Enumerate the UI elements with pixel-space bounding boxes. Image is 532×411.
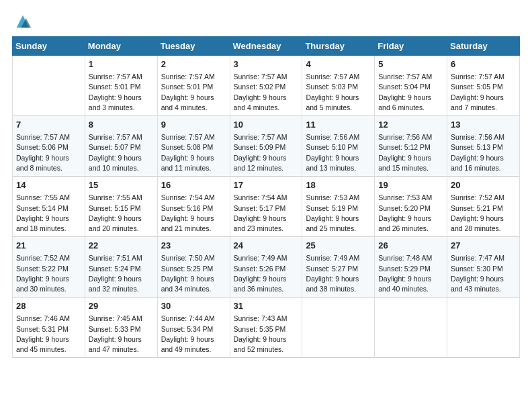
cell-content: Sunrise: 7:56 AMSunset: 5:12 PMDaylight:… <box>378 132 443 173</box>
cell-3-2: 15Sunrise: 7:55 AMSunset: 5:15 PMDayligh… <box>85 177 157 237</box>
cell-4-1: 21Sunrise: 7:52 AMSunset: 5:22 PMDayligh… <box>13 237 85 298</box>
cell-content: Sunrise: 7:49 AMSunset: 5:27 PMDaylight:… <box>306 253 371 294</box>
day-number: 24 <box>234 240 299 252</box>
cell-content: Sunrise: 7:57 AMSunset: 5:09 PMDaylight:… <box>234 132 299 173</box>
cell-2-5: 11Sunrise: 7:56 AMSunset: 5:10 PMDayligh… <box>302 116 375 177</box>
cell-content: Sunrise: 7:44 AMSunset: 5:34 PMDaylight:… <box>161 314 226 355</box>
day-number: 11 <box>306 119 371 131</box>
cell-1-1 <box>13 56 85 116</box>
day-number: 19 <box>378 179 443 191</box>
cell-1-2: 1Sunrise: 7:57 AMSunset: 5:01 PMDaylight… <box>85 56 157 116</box>
calendar-body: 1Sunrise: 7:57 AMSunset: 5:01 PMDaylight… <box>13 56 520 358</box>
column-header-wednesday: Wednesday <box>230 37 302 56</box>
column-header-sunday: Sunday <box>13 37 85 56</box>
cell-content: Sunrise: 7:46 AMSunset: 5:31 PMDaylight:… <box>16 314 81 355</box>
cell-content: Sunrise: 7:57 AMSunset: 5:02 PMDaylight:… <box>234 72 299 113</box>
cell-5-6 <box>375 298 447 358</box>
page-container: SundayMondayTuesdayWednesdayThursdayFrid… <box>0 0 532 365</box>
cell-content: Sunrise: 7:47 AMSunset: 5:30 PMDaylight:… <box>451 253 516 294</box>
cell-content: Sunrise: 7:43 AMSunset: 5:35 PMDaylight:… <box>234 314 299 355</box>
day-number: 18 <box>306 179 371 191</box>
cell-3-5: 18Sunrise: 7:53 AMSunset: 5:19 PMDayligh… <box>302 177 375 237</box>
cell-1-4: 3Sunrise: 7:57 AMSunset: 5:02 PMDaylight… <box>230 56 302 116</box>
week-row-2: 7Sunrise: 7:57 AMSunset: 5:06 PMDaylight… <box>13 116 520 177</box>
week-row-3: 14Sunrise: 7:55 AMSunset: 5:14 PMDayligh… <box>13 177 520 237</box>
day-number: 5 <box>378 58 443 71</box>
day-number: 30 <box>161 300 226 312</box>
day-number: 12 <box>378 119 443 131</box>
cell-5-7 <box>447 298 520 358</box>
cell-3-1: 14Sunrise: 7:55 AMSunset: 5:14 PMDayligh… <box>13 177 85 237</box>
cell-content: Sunrise: 7:48 AMSunset: 5:29 PMDaylight:… <box>378 253 443 294</box>
cell-3-3: 16Sunrise: 7:54 AMSunset: 5:16 PMDayligh… <box>157 177 230 237</box>
week-row-4: 21Sunrise: 7:52 AMSunset: 5:22 PMDayligh… <box>13 237 520 298</box>
cell-5-3: 30Sunrise: 7:44 AMSunset: 5:34 PMDayligh… <box>157 298 230 358</box>
column-header-tuesday: Tuesday <box>157 37 230 56</box>
day-number: 28 <box>16 300 81 312</box>
week-row-1: 1Sunrise: 7:57 AMSunset: 5:01 PMDaylight… <box>13 56 520 116</box>
cell-4-5: 25Sunrise: 7:49 AMSunset: 5:27 PMDayligh… <box>302 237 375 298</box>
cell-2-2: 8Sunrise: 7:57 AMSunset: 5:07 PMDaylight… <box>85 116 157 177</box>
calendar-table: SundayMondayTuesdayWednesdayThursdayFrid… <box>12 36 520 358</box>
day-number: 1 <box>89 58 154 71</box>
day-number: 25 <box>306 240 371 252</box>
day-number: 7 <box>16 119 81 131</box>
day-number: 21 <box>16 240 81 252</box>
column-header-thursday: Thursday <box>302 37 375 56</box>
day-number: 27 <box>451 240 516 252</box>
cell-content: Sunrise: 7:51 AMSunset: 5:24 PMDaylight:… <box>89 253 154 294</box>
cell-content: Sunrise: 7:54 AMSunset: 5:16 PMDaylight:… <box>161 193 226 234</box>
cell-1-7: 6Sunrise: 7:57 AMSunset: 5:05 PMDaylight… <box>447 56 520 116</box>
cell-content: Sunrise: 7:57 AMSunset: 5:03 PMDaylight:… <box>306 72 371 113</box>
cell-content: Sunrise: 7:53 AMSunset: 5:19 PMDaylight:… <box>306 193 371 234</box>
cell-5-5 <box>302 298 375 358</box>
logo-icon <box>13 12 32 31</box>
cell-4-4: 24Sunrise: 7:49 AMSunset: 5:26 PMDayligh… <box>230 237 302 298</box>
column-header-monday: Monday <box>85 37 157 56</box>
cell-3-4: 17Sunrise: 7:54 AMSunset: 5:17 PMDayligh… <box>230 177 302 237</box>
header-row: SundayMondayTuesdayWednesdayThursdayFrid… <box>13 37 520 56</box>
day-number: 14 <box>16 179 81 191</box>
cell-4-2: 22Sunrise: 7:51 AMSunset: 5:24 PMDayligh… <box>85 237 157 298</box>
cell-content: Sunrise: 7:49 AMSunset: 5:26 PMDaylight:… <box>234 253 299 294</box>
cell-5-4: 31Sunrise: 7:43 AMSunset: 5:35 PMDayligh… <box>230 298 302 358</box>
cell-content: Sunrise: 7:54 AMSunset: 5:17 PMDaylight:… <box>234 193 299 234</box>
cell-content: Sunrise: 7:57 AMSunset: 5:04 PMDaylight:… <box>378 72 443 113</box>
cell-content: Sunrise: 7:50 AMSunset: 5:25 PMDaylight:… <box>161 253 226 294</box>
week-row-5: 28Sunrise: 7:46 AMSunset: 5:31 PMDayligh… <box>13 298 520 358</box>
day-number: 10 <box>234 119 299 131</box>
cell-content: Sunrise: 7:57 AMSunset: 5:01 PMDaylight:… <box>89 72 154 113</box>
cell-content: Sunrise: 7:52 AMSunset: 5:21 PMDaylight:… <box>451 193 516 234</box>
cell-content: Sunrise: 7:57 AMSunset: 5:06 PMDaylight:… <box>16 132 81 173</box>
cell-content: Sunrise: 7:52 AMSunset: 5:22 PMDaylight:… <box>16 253 81 294</box>
column-header-friday: Friday <box>375 37 447 56</box>
cell-1-6: 5Sunrise: 7:57 AMSunset: 5:04 PMDaylight… <box>375 56 447 116</box>
day-number: 31 <box>234 300 299 312</box>
day-number: 20 <box>451 179 516 191</box>
day-number: 16 <box>161 179 226 191</box>
cell-4-3: 23Sunrise: 7:50 AMSunset: 5:25 PMDayligh… <box>157 237 230 298</box>
cell-5-1: 28Sunrise: 7:46 AMSunset: 5:31 PMDayligh… <box>13 298 85 358</box>
day-number: 4 <box>306 58 371 71</box>
cell-content: Sunrise: 7:57 AMSunset: 5:01 PMDaylight:… <box>161 72 226 113</box>
cell-content: Sunrise: 7:55 AMSunset: 5:15 PMDaylight:… <box>89 193 154 234</box>
cell-content: Sunrise: 7:56 AMSunset: 5:10 PMDaylight:… <box>306 132 371 173</box>
cell-3-7: 20Sunrise: 7:52 AMSunset: 5:21 PMDayligh… <box>447 177 520 237</box>
cell-4-7: 27Sunrise: 7:47 AMSunset: 5:30 PMDayligh… <box>447 237 520 298</box>
day-number: 26 <box>378 240 443 252</box>
logo <box>12 12 32 31</box>
calendar-header: SundayMondayTuesdayWednesdayThursdayFrid… <box>13 37 520 56</box>
cell-2-3: 9Sunrise: 7:57 AMSunset: 5:08 PMDaylight… <box>157 116 230 177</box>
day-number: 2 <box>161 58 226 71</box>
cell-1-5: 4Sunrise: 7:57 AMSunset: 5:03 PMDaylight… <box>302 56 375 116</box>
day-number: 9 <box>161 119 226 131</box>
cell-4-6: 26Sunrise: 7:48 AMSunset: 5:29 PMDayligh… <box>375 237 447 298</box>
day-number: 29 <box>89 300 154 312</box>
cell-1-3: 2Sunrise: 7:57 AMSunset: 5:01 PMDaylight… <box>157 56 230 116</box>
day-number: 17 <box>234 179 299 191</box>
page-header <box>12 12 520 31</box>
day-number: 6 <box>451 58 516 71</box>
cell-content: Sunrise: 7:57 AMSunset: 5:05 PMDaylight:… <box>451 72 516 113</box>
cell-content: Sunrise: 7:45 AMSunset: 5:33 PMDaylight:… <box>89 314 154 355</box>
day-number: 3 <box>234 58 299 71</box>
